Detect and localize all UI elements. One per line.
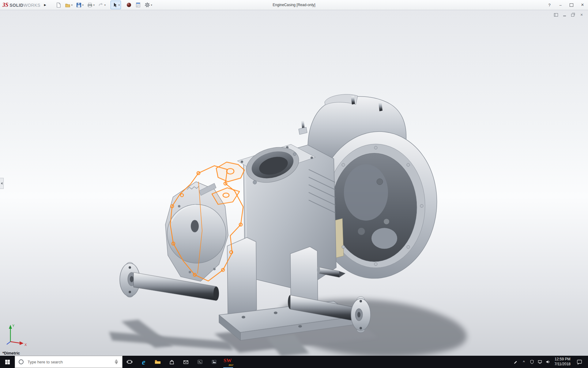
task-view-icon: [126, 359, 133, 365]
engine-casing-3d-model[interactable]: [0, 10, 588, 356]
document-title: EngineCasing [Read-only]: [273, 0, 315, 10]
select-dropdown-caret[interactable]: ▾: [119, 4, 120, 6]
task-view-button[interactable]: [123, 356, 137, 368]
speaker-icon: [545, 359, 551, 365]
tray-overflow-button[interactable]: ^: [520, 356, 528, 368]
triad-x-label: X: [24, 343, 27, 347]
options-dropdown-caret[interactable]: ▾: [151, 4, 152, 6]
network-button[interactable]: [536, 356, 544, 368]
windows-ink-pen-button[interactable]: [512, 356, 520, 368]
select-arrow-icon: [112, 2, 118, 8]
new-document-icon: [55, 2, 62, 8]
volume-button[interactable]: [544, 356, 552, 368]
appearance-button[interactable]: [125, 1, 133, 9]
print-button[interactable]: ▾: [85, 1, 96, 9]
windows-logo-icon: [5, 360, 10, 364]
command-prompt-icon: [197, 359, 203, 365]
logo-text-works: WORKS: [23, 3, 40, 8]
open-folder-icon: [65, 2, 71, 8]
microphone-icon[interactable]: [114, 359, 119, 365]
print-dropdown-caret[interactable]: ▾: [93, 4, 95, 6]
undo-button[interactable]: ▾: [96, 1, 107, 9]
windows-taskbar: e SW: [0, 356, 588, 368]
start-button[interactable]: [0, 356, 15, 368]
document-properties-button[interactable]: [134, 1, 142, 9]
shield-icon: [530, 359, 534, 365]
open-dropdown-caret[interactable]: ▾: [71, 4, 73, 6]
photos-button[interactable]: [207, 356, 221, 368]
feature-manager-collapsed-tab[interactable]: [0, 178, 4, 189]
document-window-controls: ×: [554, 13, 584, 17]
taskbar-clock[interactable]: 12:59 PM 7/11/2018: [552, 357, 574, 366]
options-button[interactable]: ▾: [143, 1, 153, 9]
clock-time: 12:59 PM: [555, 357, 571, 362]
edge-icon: e: [142, 358, 145, 366]
photos-icon: [211, 359, 217, 365]
3ds-logo-mark: ЗS: [2, 2, 8, 8]
close-button[interactable]: ×: [577, 0, 588, 10]
titlebar: ЗS SOLID WORKS ▶ ▾ ▾: [0, 0, 588, 10]
network-icon: [537, 359, 543, 365]
view-orientation-label: *Dimetric: [2, 351, 20, 355]
taskbar-search[interactable]: [15, 356, 123, 368]
document-properties-icon: [135, 2, 141, 8]
graphics-area[interactable]: × Y X *Dimetric: [0, 10, 588, 356]
minimize-button[interactable]: –: [555, 0, 566, 10]
action-center-button[interactable]: [573, 356, 586, 368]
sw-badge: SW: [224, 358, 232, 363]
pen-icon: [513, 359, 519, 365]
maximize-icon: [570, 3, 573, 7]
undo-dropdown-caret[interactable]: ▾: [104, 4, 106, 6]
appearance-sphere-icon: [126, 2, 132, 8]
save-button[interactable]: ▾: [74, 1, 85, 9]
edge-button[interactable]: e: [137, 356, 151, 368]
security-button[interactable]: [528, 356, 536, 368]
solidworks-app-icon: SW 2017: [224, 358, 233, 366]
select-tool-button[interactable]: ▾: [111, 1, 121, 9]
orientation-triad: Y X: [4, 323, 29, 348]
file-explorer-icon: [154, 359, 161, 365]
dock-pane-icon[interactable]: [554, 13, 558, 17]
cortana-circle-icon[interactable]: [18, 359, 24, 365]
solidworks-logo: ЗS SOLID WORKS: [0, 2, 40, 8]
save-dropdown-caret[interactable]: ▾: [82, 4, 84, 6]
window-controls: ? – ×: [544, 0, 588, 10]
document-close-icon[interactable]: ×: [579, 13, 584, 17]
undo-arrow-icon: [98, 2, 104, 8]
options-gear-icon: [144, 2, 150, 8]
maximize-button[interactable]: [566, 0, 577, 10]
action-center-icon: [576, 359, 582, 365]
document-restore-icon[interactable]: [571, 13, 575, 17]
mail-button[interactable]: [179, 356, 193, 368]
open-document-button[interactable]: ▾: [63, 1, 74, 9]
toolbar-flyout-arrow-icon[interactable]: ▶: [44, 3, 46, 6]
file-explorer-button[interactable]: [151, 356, 165, 368]
save-floppy-icon: [76, 2, 82, 8]
mail-envelope-icon: [183, 359, 189, 365]
command-prompt-button[interactable]: [193, 356, 207, 368]
help-button[interactable]: ?: [544, 0, 555, 10]
clock-date: 7/11/2018: [555, 362, 571, 367]
system-tray: ^ 12:59 PM 7/11/2018: [512, 356, 588, 368]
quick-access-toolbar: ▾ ▾ ▾ ▾: [54, 1, 154, 9]
triad-y-label: Y: [12, 324, 15, 328]
search-input[interactable]: [27, 359, 111, 365]
sw-year-badge: 2017: [228, 364, 233, 366]
collapse-arrow-icon: [1, 182, 2, 185]
print-icon: [87, 2, 93, 8]
store-bag-icon: [169, 359, 175, 365]
document-minimize-icon[interactable]: [562, 13, 567, 17]
logo-text-solid: SOLID: [9, 3, 23, 8]
store-button[interactable]: [165, 356, 179, 368]
new-document-button[interactable]: [54, 1, 63, 9]
solidworks-taskbar-button[interactable]: SW 2017: [221, 356, 235, 368]
